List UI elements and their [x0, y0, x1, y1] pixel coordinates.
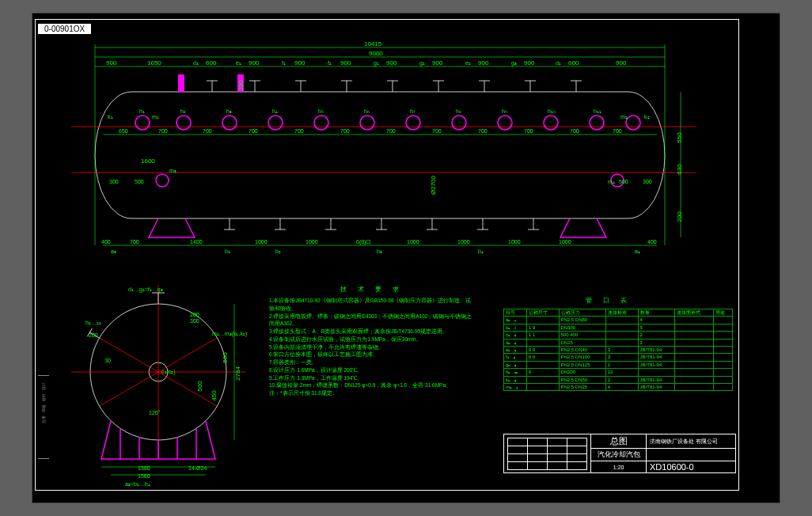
- b4: b₄: [478, 249, 484, 254]
- dim-i2: 700: [203, 128, 212, 134]
- sec-450: 450: [211, 390, 218, 400]
- dim-i11: 700: [613, 128, 622, 134]
- rev-d: 批准: [41, 412, 46, 423]
- b-700: 700: [130, 239, 139, 245]
- dim-seg9: 900: [524, 60, 534, 66]
- svg-point-29: [314, 116, 328, 130]
- dim-seg7: 900: [432, 60, 442, 66]
- dim-v200: 200: [238, 80, 245, 90]
- title-main: 总图: [591, 434, 647, 449]
- k2: k₂: [644, 114, 650, 120]
- dim-i4: 700: [294, 128, 304, 134]
- svg-point-33: [498, 116, 512, 130]
- b-s3: 1000: [407, 239, 419, 245]
- dim-seg2: 600: [206, 60, 216, 66]
- h2: h₂: [180, 108, 186, 114]
- noz-e2: e₂: [465, 60, 471, 66]
- dim-overall: 10415: [364, 41, 381, 47]
- svg-point-32: [452, 116, 466, 130]
- noz-g3: g₃: [511, 60, 517, 66]
- dwg-number: XD10600-0: [647, 461, 736, 473]
- note-10: 10.腐蚀裕量 2mm，焊缝系数：DN125 φ=0.9，其余 φ=1.0，全容…: [269, 381, 475, 389]
- tech-req-block: 技 术 要 求 1.本设备按JB4710-92《钢制塔式容器》及GB150-98…: [269, 285, 475, 397]
- tech-req-title: 技 术 要 求: [269, 285, 475, 294]
- a4: a₄: [635, 249, 640, 254]
- h3: h₃: [226, 108, 232, 114]
- sec-120: 120°: [149, 410, 160, 415]
- dim-i5: 700: [340, 128, 350, 134]
- dim-500l: 500: [135, 179, 144, 184]
- b-s6: 1000: [559, 239, 571, 245]
- h7: h₇: [410, 108, 415, 114]
- sec-m: m₁…m₃(k₁,k₂): [212, 331, 247, 336]
- note-9: 9.工作压力 1.3MPa，工作温度 194℃。: [269, 374, 475, 382]
- h1: h₁: [139, 108, 145, 114]
- b1: b₁: [225, 249, 230, 254]
- dim-seg6: 900: [386, 60, 397, 66]
- dim-seg5: 900: [340, 60, 351, 66]
- h8: h₈: [456, 108, 461, 114]
- dim-seg3: 900: [249, 60, 259, 66]
- b-400r: 400: [647, 239, 657, 245]
- noz-g2: g₂: [419, 60, 425, 66]
- sec-center: c₁(c₂): [161, 369, 176, 374]
- company: 济南钢铁厂设备处 有限公司: [647, 434, 736, 449]
- dim-seg4: 900: [294, 60, 305, 66]
- dim-300r: 300: [643, 179, 652, 184]
- note-2: 2.焊接采用电弧焊。焊条：碳钢之间用E4303；不锈钢之间用A102；碳钢与不锈…: [269, 313, 475, 328]
- dim-i3: 700: [249, 128, 258, 134]
- note-1: 1.本设备按JB4710-92《钢制塔式容器》及GB150-98《钢制压力容器》…: [269, 297, 475, 313]
- sec-1580: 1580: [138, 473, 150, 479]
- dim-300l: 300: [109, 179, 119, 184]
- lbl-m4: m₄: [608, 179, 615, 184]
- a3: a₃: [111, 249, 116, 254]
- m3: m₃: [169, 168, 176, 173]
- h5: h₅: [318, 108, 324, 114]
- rev-b: 校对: [41, 390, 46, 401]
- revision-strip: 设计 校对 审核 批准: [38, 375, 49, 459]
- noz-d2: d₂: [556, 60, 561, 66]
- sec-2784: 2784: [235, 366, 241, 381]
- sec-side: h₁…₁₁: [85, 320, 101, 325]
- dim-v550: 550: [677, 132, 683, 142]
- h10: h₁₀: [548, 108, 556, 114]
- note-7: 7.容器类别：一类。: [269, 359, 475, 366]
- sec-top: d₁…g₁=f₁…g₃: [128, 286, 163, 292]
- svg-point-31: [406, 116, 420, 130]
- dim-seg8: 900: [478, 60, 488, 66]
- sec-1380: 1380: [138, 465, 150, 471]
- dim-seg10: 600: [568, 60, 579, 66]
- noz-f2: f₂: [328, 60, 332, 66]
- b2: b₂: [275, 249, 281, 254]
- dim-i6: 700: [386, 128, 396, 134]
- dim-seg0: 900: [106, 60, 116, 66]
- note-5: 5.设备内部须清理干净，不允许有焊渣等杂物。: [269, 343, 475, 351]
- svg-point-34: [544, 116, 558, 130]
- dim-1600: 1600: [141, 158, 155, 165]
- dim-i9: 700: [524, 128, 533, 134]
- sec-300: 300: [190, 318, 199, 324]
- title-sub: 汽化冷却汽包: [591, 449, 647, 461]
- svg-point-30: [360, 116, 374, 130]
- svg-point-26: [176, 116, 191, 130]
- b-leg: 6(8)口: [356, 239, 371, 245]
- b3: b₃: [377, 249, 382, 254]
- svg-point-28: [268, 116, 283, 130]
- dim-i0: 650: [119, 128, 128, 134]
- m2: m₂: [620, 114, 628, 120]
- m1: m₁: [152, 114, 159, 120]
- dim-v630: 630: [677, 164, 683, 174]
- dim-i8: 700: [478, 128, 488, 134]
- b-s4: 1000: [457, 239, 470, 245]
- rev-a: 设计: [41, 379, 46, 390]
- b-s0: 1400: [190, 239, 203, 245]
- title-block: 总图 济南钢铁厂设备处 有限公司 汽化冷却汽包 1:20 XD10600-0: [503, 434, 736, 473]
- k1: k₁: [108, 114, 113, 120]
- dim-i10: 700: [570, 128, 579, 134]
- note-6: 6.管口方位按本图，最终以工艺施工图为准。: [269, 351, 475, 359]
- rev-c: 审核: [41, 401, 46, 412]
- nozzle-table: 符号公称尺寸公称压力连接标准数量连接面形式用途a₁…₄PN2.5 DN804b₁…: [503, 309, 733, 391]
- dim-second: 9000: [369, 51, 383, 57]
- b-400l: 400: [101, 239, 111, 245]
- svg-point-35: [590, 116, 604, 130]
